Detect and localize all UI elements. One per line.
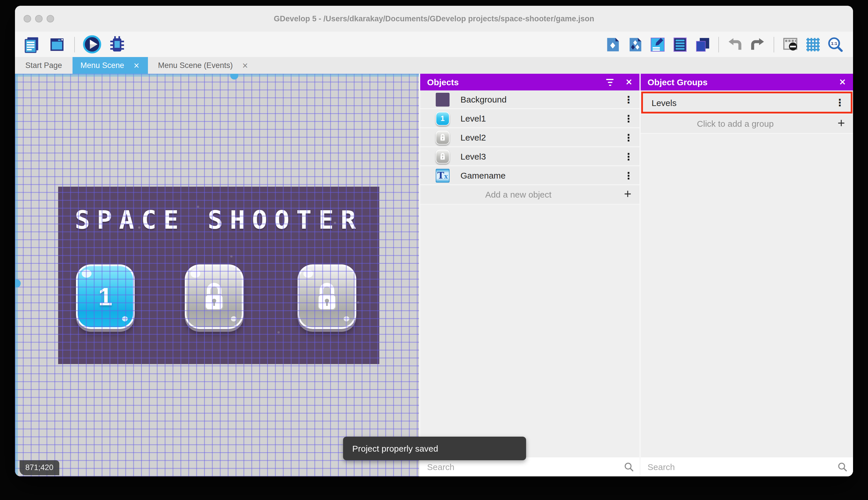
editor-tab-bar: Start Page Menu Scene × Menu Scene (Even…	[15, 57, 853, 74]
tab-label: Menu Scene (Events)	[158, 61, 233, 70]
screenshot-stage: GDevelop 5 - /Users/dkarakay/Documents/G…	[0, 0, 868, 500]
level3-locked-button-sprite[interactable]	[297, 264, 356, 329]
tab-menu-scene[interactable]: Menu Scene ×	[72, 57, 148, 74]
plus-icon[interactable]: +	[837, 115, 845, 133]
add-group-label: Click to add a group	[641, 115, 830, 133]
objects-panel-title: Objects	[427, 77, 459, 87]
properties-panel-icon[interactable]	[649, 36, 666, 53]
add-group-row[interactable]: Click to add a group +	[641, 115, 853, 134]
game-preview-background[interactable]: SPACE SHOOTER 1	[58, 186, 379, 364]
level1-button-icon: 1	[436, 112, 449, 125]
grid-icon[interactable]	[804, 36, 821, 53]
objects-panel: Objects × Background ⋮ 1 Level1 ⋮	[419, 74, 640, 476]
kebab-menu-icon[interactable]: ⋮	[623, 90, 634, 109]
objects-panel-icon[interactable]	[604, 36, 621, 53]
toolbar-separator	[718, 37, 719, 52]
object-name: Level1	[460, 113, 486, 123]
main-toolbar: 1:1	[15, 32, 853, 57]
text-icon-T: T	[437, 169, 444, 182]
toast-message: Project properly saved	[352, 444, 438, 453]
text-object-icon: Tx	[436, 169, 449, 182]
star-specks	[58, 186, 59, 188]
traffic-light-minimize-button[interactable]	[35, 15, 43, 22]
group-name: Levels	[652, 98, 677, 107]
add-object-label: Add a new object	[420, 185, 617, 204]
scene-properties-icon[interactable]	[47, 35, 67, 54]
tab-start-page[interactable]: Start Page	[15, 57, 72, 74]
close-icon[interactable]: ×	[839, 78, 846, 87]
lock-icon	[187, 266, 242, 327]
level2-locked-button-sprite[interactable]	[185, 264, 244, 329]
object-name: Background	[460, 94, 506, 104]
project-manager-icon[interactable]	[22, 35, 42, 54]
horizontal-scrollbar-track[interactable]	[15, 74, 419, 77]
object-name: Gamename	[460, 171, 506, 180]
locked-button-icon	[436, 130, 449, 144]
object-name: Level2	[460, 133, 486, 142]
vertical-scrollbar-track[interactable]	[15, 74, 18, 476]
tab-close-icon[interactable]: ×	[133, 61, 140, 69]
tab-menu-scene-events[interactable]: Menu Scene (Events) ×	[148, 57, 258, 74]
kebab-menu-icon[interactable]: ⋮	[623, 110, 634, 128]
search-icon	[624, 462, 634, 474]
kebab-menu-icon[interactable]: ⋮	[835, 93, 845, 112]
save-toast: Project properly saved	[343, 436, 526, 460]
object-row-gamename[interactable]: Tx Gamename ⋮	[420, 167, 640, 185]
lock-icon	[299, 266, 354, 327]
kebab-menu-icon[interactable]: ⋮	[623, 147, 634, 166]
kebab-menu-icon[interactable]: ⋮	[623, 167, 634, 185]
add-object-row[interactable]: Add a new object +	[420, 185, 640, 204]
object-groups-panel-icon[interactable]	[626, 36, 644, 53]
tab-label: Menu Scene	[81, 61, 124, 70]
traffic-light-zoom-button[interactable]	[47, 15, 54, 22]
title-bar: GDevelop 5 - /Users/dkarakay/Documents/G…	[15, 6, 853, 32]
gdevelop-window: GDevelop 5 - /Users/dkarakay/Documents/G…	[15, 6, 853, 476]
vertical-scrollbar-knob[interactable]	[15, 280, 21, 287]
layers-panel-icon[interactable]	[694, 36, 711, 53]
redo-icon[interactable]	[749, 36, 766, 53]
undo-icon[interactable]	[726, 36, 744, 53]
groups-search-bar	[641, 457, 853, 476]
object-name: Level3	[460, 151, 486, 161]
cursor-coordinates-badge: 871;420	[20, 460, 59, 475]
level1-button-sprite[interactable]: 1	[76, 264, 135, 329]
toolbar-separator	[774, 37, 774, 52]
mask-icon[interactable]	[782, 36, 799, 53]
game-title-text[interactable]: SPACE SHOOTER	[58, 205, 379, 235]
text-icon-x: x	[444, 170, 448, 183]
close-icon[interactable]: ×	[625, 78, 633, 87]
horizontal-scrollbar-knob[interactable]	[230, 74, 238, 79]
level1-icon-digit: 1	[441, 114, 445, 123]
objects-panel-header: Objects ×	[420, 74, 640, 90]
group-row-levels-highlighted[interactable]: Levels ⋮	[641, 92, 853, 113]
tab-label: Start Page	[25, 61, 62, 70]
toolbar-separator	[74, 37, 75, 52]
window-title: GDevelop 5 - /Users/dkarakay/Documents/G…	[84, 6, 784, 32]
zoom-1-1-icon[interactable]: 1:1	[826, 36, 844, 53]
debug-icon[interactable]	[107, 35, 127, 54]
background-color-swatch-icon	[436, 92, 449, 106]
preview-play-icon[interactable]	[82, 35, 102, 54]
object-row-level1[interactable]: 1 Level1 ⋮	[420, 110, 640, 128]
object-groups-panel-title: Object Groups	[647, 77, 707, 87]
object-row-level3[interactable]: Level3 ⋮	[420, 147, 640, 166]
zoom-ratio-label: 1:1	[831, 41, 837, 46]
object-groups-panel-header: Object Groups ×	[641, 74, 853, 90]
tab-close-icon[interactable]: ×	[242, 61, 248, 69]
object-row-level2[interactable]: Level2 ⋮	[420, 128, 640, 147]
level1-number: 1	[78, 266, 133, 327]
groups-search-input[interactable]	[641, 457, 853, 476]
kebab-menu-icon[interactable]: ⋮	[623, 128, 634, 147]
object-groups-panel: Object Groups × Levels ⋮ Click to add a …	[641, 74, 853, 476]
instances-list-icon[interactable]	[671, 36, 689, 53]
plus-icon[interactable]: +	[624, 185, 631, 204]
filter-icon[interactable]	[606, 79, 614, 86]
toolbar-right-group: 1:1	[604, 32, 844, 57]
search-icon	[837, 462, 847, 474]
locked-button-icon	[436, 149, 449, 163]
object-row-background[interactable]: Background ⋮	[420, 90, 640, 109]
toolbar-left-group	[22, 32, 127, 57]
scene-editor-canvas[interactable]: SPACE SHOOTER 1	[15, 74, 419, 476]
traffic-light-close-button[interactable]	[24, 15, 31, 22]
